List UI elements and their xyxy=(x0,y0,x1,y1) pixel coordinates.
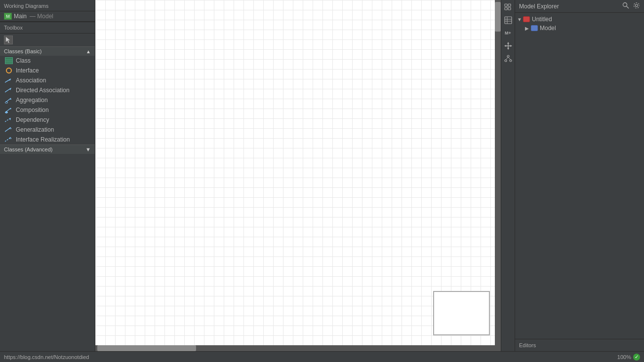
class-icon xyxy=(5,57,13,64)
svg-point-33 xyxy=(510,60,512,62)
classes-advanced-arrow: ▼ xyxy=(85,146,91,152)
search-icon-btn[interactable] xyxy=(622,2,629,10)
svg-point-36 xyxy=(623,3,627,7)
model-explorer-actions xyxy=(622,2,640,10)
svg-line-37 xyxy=(627,6,629,9)
working-diagrams-label: Working Diagrams xyxy=(4,3,48,9)
tool-interface[interactable]: Interface xyxy=(0,66,95,75)
interface-realization-label: Interface Realization xyxy=(16,136,70,143)
tree-model-icon xyxy=(531,25,538,31)
svg-marker-28 xyxy=(507,48,509,50)
main-diagram-item[interactable]: M Main — Model xyxy=(0,11,95,21)
grid-icon-btn[interactable] xyxy=(503,15,514,26)
vertical-scrollbar[interactable] xyxy=(495,0,501,345)
svg-marker-4 xyxy=(9,88,11,90)
horizontal-scrollbar[interactable] xyxy=(95,345,501,351)
bottom-url: https://blog.csdn.net/Notzuonotdied xyxy=(4,354,89,360)
svg-point-31 xyxy=(507,55,509,57)
classes-advanced-label: Classes (Advanced) xyxy=(4,146,52,152)
canvas-wrapper xyxy=(95,0,501,351)
composition-label: Composition xyxy=(16,107,49,113)
directed-association-label: Directed Association xyxy=(16,87,70,94)
svg-rect-21 xyxy=(505,17,512,24)
horizontal-scrollbar-thumb[interactable] xyxy=(97,345,196,351)
status-ok-icon: ✓ xyxy=(633,354,640,361)
svg-marker-30 xyxy=(510,45,512,47)
tree-untitled-item[interactable]: ▼ Untitled xyxy=(515,15,644,24)
generalization-icon xyxy=(5,126,13,133)
svg-point-39 xyxy=(634,3,640,8)
editors-title: Editors xyxy=(519,342,536,348)
toolbox-label: Toolbox xyxy=(4,25,23,31)
left-panel: Working Diagrams M Main — Model Toolbox xyxy=(0,0,95,351)
tool-dependency[interactable]: Dependency xyxy=(0,115,95,125)
diagram-name: Main xyxy=(14,13,27,20)
editors-section: Editors xyxy=(515,339,644,351)
cursor-tool-row[interactable] xyxy=(0,34,95,46)
svg-point-32 xyxy=(505,60,507,62)
svg-rect-20 xyxy=(508,7,511,10)
tool-class[interactable]: Class xyxy=(0,56,95,66)
model-tree: ▼ Untitled ▶ Model xyxy=(515,13,644,339)
diagram-suffix: — Model xyxy=(30,13,53,20)
tree-model-item[interactable]: ▶ Model xyxy=(515,24,644,33)
puzzle-icon-btn[interactable] xyxy=(503,2,514,13)
svg-marker-0 xyxy=(6,37,10,43)
tree-untitled-arrow: ▼ xyxy=(517,17,522,22)
tree-untitled-label: Untitled xyxy=(532,16,552,23)
tool-generalization[interactable]: Generalization xyxy=(0,125,95,135)
tool-composition[interactable]: Composition xyxy=(0,105,95,115)
classes-advanced-header[interactable]: Classes (Advanced) ▼ xyxy=(0,145,95,154)
association-icon xyxy=(5,77,13,84)
svg-marker-29 xyxy=(504,45,506,47)
md-icon-btn[interactable]: M+ xyxy=(503,28,514,38)
vertical-scrollbar-thumb[interactable] xyxy=(495,2,501,32)
aggregation-label: Aggregation xyxy=(16,97,48,104)
settings-icon-btn[interactable] xyxy=(633,2,640,10)
generalization-label: Generalization xyxy=(16,126,54,133)
dependency-label: Dependency xyxy=(16,116,49,123)
interface-label: Interface xyxy=(16,67,39,74)
tool-aggregation[interactable]: Aggregation xyxy=(0,95,95,105)
right-panel: M+ xyxy=(501,0,644,351)
model-explorer-header: Model Explorer xyxy=(515,0,644,13)
classes-basic-label: Classes (Basic) xyxy=(4,48,41,54)
classes-basic-arrow: ▲ xyxy=(86,49,91,54)
class-label: Class xyxy=(16,57,31,64)
right-icons-column: M+ xyxy=(501,0,515,351)
svg-point-38 xyxy=(636,4,638,7)
mini-preview-box xyxy=(433,291,490,335)
aggregation-icon xyxy=(5,97,13,104)
svg-marker-27 xyxy=(507,42,509,44)
tree-model-label: Model xyxy=(540,25,556,32)
svg-line-34 xyxy=(506,57,508,60)
interface-realization-icon xyxy=(5,136,13,143)
directed-association-icon xyxy=(5,87,13,94)
canvas-area[interactable] xyxy=(95,0,495,345)
network-icon-btn[interactable] xyxy=(503,53,514,64)
tree-model-arrow: ▶ xyxy=(525,26,530,31)
move-icon-btn[interactable] xyxy=(503,40,514,51)
svg-marker-9 xyxy=(5,111,8,113)
classes-basic-header[interactable]: Classes (Basic) ▲ xyxy=(0,46,95,56)
interface-icon xyxy=(5,67,13,74)
tool-association[interactable]: Association xyxy=(0,75,95,85)
canvas-grid[interactable] xyxy=(95,0,495,345)
tool-directed-association[interactable]: Directed Association xyxy=(0,85,95,95)
working-diagrams-header: Working Diagrams xyxy=(0,0,95,11)
cursor-icon[interactable] xyxy=(4,36,13,44)
dependency-icon xyxy=(5,116,13,123)
bottom-bar: https://blog.csdn.net/Notzuonotdied 100%… xyxy=(0,351,644,362)
diagram-icon: M xyxy=(4,13,12,20)
tool-interface-realization[interactable]: Interface Realization xyxy=(0,135,95,145)
composition-icon xyxy=(5,107,13,113)
association-label: Association xyxy=(16,77,46,84)
model-explorer-title: Model Explorer xyxy=(519,3,559,10)
svg-rect-18 xyxy=(508,4,511,6)
bottom-status: 100% ✓ xyxy=(617,354,640,361)
right-content: Model Explorer xyxy=(515,0,644,351)
svg-line-11 xyxy=(5,118,11,122)
svg-line-35 xyxy=(508,57,511,60)
svg-rect-17 xyxy=(505,4,507,6)
svg-rect-19 xyxy=(505,7,507,10)
